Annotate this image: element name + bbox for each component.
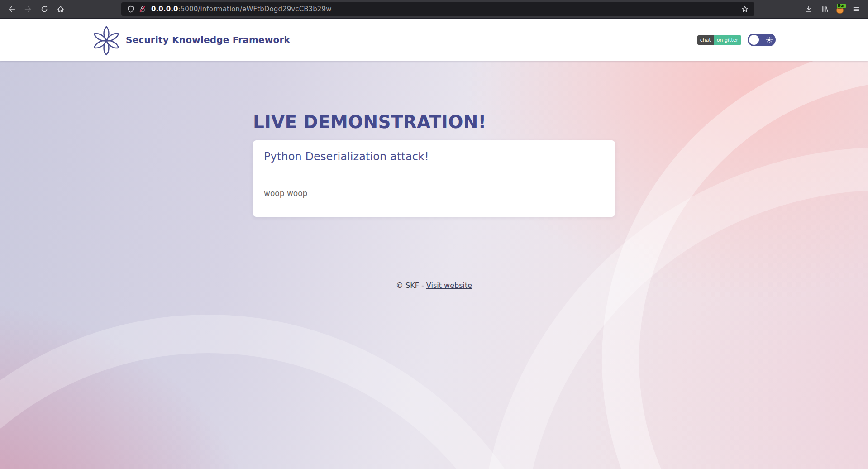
chat-badge-value: on gitter — [714, 35, 741, 45]
menu-button[interactable] — [849, 2, 863, 16]
connection-security-button[interactable] — [137, 3, 148, 15]
bookmark-button[interactable] — [739, 3, 751, 15]
downloads-button[interactable] — [801, 2, 816, 16]
site-header: Security Knowledge Framework chat on git… — [0, 19, 868, 61]
forward-icon — [24, 5, 32, 13]
brand-link[interactable]: Security Knowledge Framework — [92, 24, 290, 56]
back-icon — [8, 5, 15, 13]
visit-website-link[interactable]: Visit website — [426, 281, 472, 290]
library-button[interactable] — [817, 2, 832, 16]
gitter-chat-badge[interactable]: chat on gitter — [697, 35, 741, 45]
page-background: LIVE DEMONSTRATION! Python Deserializati… — [0, 61, 868, 469]
info-card-body: woop woop — [253, 173, 615, 217]
chat-badge-label: chat — [697, 35, 714, 45]
url-host: 0.0.0.0 — [151, 5, 178, 13]
burp-extension-button[interactable]: Bur — [833, 2, 848, 16]
footer: © SKF - Visit website — [253, 281, 615, 290]
burp-suite-icon: Bur — [836, 5, 845, 14]
toggle-knob — [749, 35, 759, 45]
main-content: LIVE DEMONSTRATION! Python Deserializati… — [253, 61, 615, 290]
url-bar[interactable]: 0.0.0.0:5000/information/eWFtbDogd29vcCB… — [121, 2, 754, 16]
browser-action-buttons: Bur — [801, 2, 863, 16]
download-icon — [805, 5, 812, 13]
footer-copyright: © SKF - — [396, 281, 426, 290]
home-icon — [57, 5, 64, 13]
burp-badge-label: Bur — [837, 4, 846, 8]
info-card: Python Deserialization attack! woop woop — [253, 140, 615, 217]
browser-toolbar: 0.0.0.0:5000/information/eWFtbDogd29vcCB… — [0, 0, 868, 19]
decorative-ring — [0, 315, 570, 469]
skf-flower-logo-icon — [92, 24, 120, 56]
library-icon — [821, 5, 828, 13]
info-card-header: Python Deserialization attack! — [253, 140, 615, 173]
page-title: LIVE DEMONSTRATION! — [253, 112, 615, 133]
dark-mode-toggle[interactable] — [748, 34, 776, 46]
sun-icon — [766, 37, 773, 43]
back-button[interactable] — [5, 2, 19, 16]
home-button[interactable] — [53, 2, 68, 16]
reload-icon — [41, 5, 48, 13]
hamburger-icon — [853, 5, 860, 13]
brand-title: Security Knowledge Framework — [126, 34, 290, 45]
url-text: 0.0.0.0:5000/information/eWFtbDogd29vcCB… — [151, 5, 739, 13]
insecure-lock-icon — [139, 5, 146, 13]
browser-nav-buttons — [5, 2, 68, 16]
info-card-title: Python Deserialization attack! — [264, 150, 604, 163]
shield-icon — [127, 5, 134, 13]
info-card-text: woop woop — [264, 189, 604, 198]
forward-button[interactable] — [21, 2, 35, 16]
star-icon — [741, 5, 749, 13]
reload-button[interactable] — [37, 2, 52, 16]
url-path: :5000/information/eWFtbDogd29vcCB3b29w — [178, 5, 332, 13]
tracking-protection-button[interactable] — [125, 3, 137, 15]
